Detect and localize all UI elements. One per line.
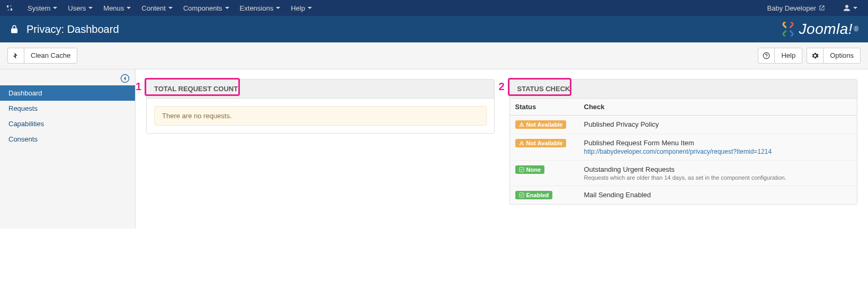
alert-triangle-icon xyxy=(519,122,524,127)
nav-menus[interactable]: Menus xyxy=(98,0,136,16)
toolbar: Clean Cache Help Options xyxy=(0,42,868,69)
check-link[interactable]: http://babydeveloper.com/component/priva… xyxy=(584,148,852,155)
question-icon xyxy=(763,52,770,59)
alert-triangle-icon xyxy=(519,140,524,146)
nav-content[interactable]: Content xyxy=(136,0,178,16)
joomla-logo-icon xyxy=(779,20,797,38)
external-link-icon xyxy=(819,5,825,11)
lock-icon xyxy=(10,24,19,34)
check-subtext: Requests which are older than 14 days, a… xyxy=(584,174,852,181)
column-status-check: 2 STATUS CHECK Status Check Not Availabl… xyxy=(509,79,858,219)
check-col-header: Check xyxy=(579,99,857,116)
no-requests-alert: There are no requests. xyxy=(154,106,487,126)
status-row: NoneOutstanding Urgent RequestsRequests … xyxy=(510,161,857,186)
column-request-count: 1 TOTAL REQUEST COUNT There are no reque… xyxy=(146,79,495,219)
status-badge: Not Available xyxy=(515,139,567,147)
nav-system[interactable]: System xyxy=(22,0,62,16)
panel-request-count: TOTAL REQUEST COUNT There are no request… xyxy=(146,79,495,134)
panel-status-check: STATUS CHECK Status Check Not AvailableP… xyxy=(509,79,858,205)
annotation-1: 1 xyxy=(136,81,141,93)
content: 1 TOTAL REQUEST COUNT There are no reque… xyxy=(136,69,868,228)
gear-icon xyxy=(811,52,819,59)
status-col-header: Status xyxy=(510,99,579,116)
sidebar-item-requests[interactable]: Requests xyxy=(0,101,135,116)
nav-components[interactable]: Components xyxy=(178,0,235,16)
check-text: Outstanding Urgent Requests xyxy=(584,165,852,173)
status-row: Not AvailablePublished Privacy Policy xyxy=(510,116,857,134)
nav-help[interactable]: Help xyxy=(285,0,317,16)
annotation-2: 2 xyxy=(499,81,505,93)
page-title: Privacy: Dashboard xyxy=(26,23,119,36)
nav-user-menu[interactable] xyxy=(838,0,863,16)
nav-users[interactable]: Users xyxy=(62,0,98,16)
sidebar-item-consents[interactable]: Consents xyxy=(0,131,135,147)
check-text: Published Request Form Menu Item xyxy=(584,139,852,147)
clean-cache-icon-button[interactable] xyxy=(7,48,24,64)
panel-status-check-title: STATUS CHECK xyxy=(517,85,570,93)
options-icon-button[interactable] xyxy=(807,48,824,64)
panel-request-count-title: TOTAL REQUEST COUNT xyxy=(154,85,238,93)
joomla-brand: Joomla! ® xyxy=(779,20,858,38)
checkbox-icon xyxy=(519,192,524,198)
status-badge: Enabled xyxy=(515,191,553,199)
help-icon-button[interactable] xyxy=(758,48,775,64)
status-badge: Not Available xyxy=(515,120,567,129)
user-icon xyxy=(843,4,851,12)
nav-user-site-link[interactable]: Baby Developer xyxy=(762,0,831,16)
sidebar: DashboardRequestsCapabilitiesConsents xyxy=(0,69,136,228)
status-row: Not AvailablePublished Request Form Menu… xyxy=(510,134,857,161)
clean-cache-button[interactable]: Clean Cache xyxy=(24,48,77,64)
checkbox-icon xyxy=(519,167,524,172)
header-bar: Privacy: Dashboard Joomla! ® xyxy=(0,16,868,42)
sidebar-item-capabilities[interactable]: Capabilities xyxy=(0,116,135,131)
status-row: EnabledMail Sending Enabled xyxy=(510,186,857,205)
check-text: Mail Sending Enabled xyxy=(584,191,852,199)
bolt-icon xyxy=(12,52,20,59)
joomla-icon[interactable] xyxy=(5,4,14,12)
top-nav: System Users Menus Content Components Ex… xyxy=(0,0,868,16)
status-badge: None xyxy=(515,165,545,174)
options-button[interactable]: Options xyxy=(823,48,861,64)
check-text: Published Privacy Policy xyxy=(584,120,852,128)
sidebar-collapse-icon[interactable] xyxy=(120,74,130,83)
main: DashboardRequestsCapabilitiesConsents 1 … xyxy=(0,69,868,228)
help-button[interactable]: Help xyxy=(774,48,802,64)
sidebar-item-dashboard[interactable]: Dashboard xyxy=(0,85,135,101)
nav-extensions[interactable]: Extensions xyxy=(235,0,286,16)
